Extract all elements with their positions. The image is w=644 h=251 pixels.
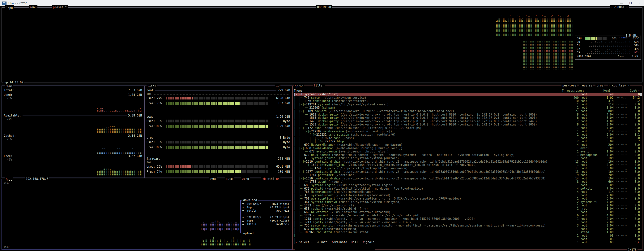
sort-column-selector[interactable]: < cpu lazy > bbox=[608, 84, 630, 87]
process-row[interactable]: │ ├─ 1213 agetty (/sbin/agetty -o -- \u … bbox=[294, 221, 640, 224]
process-row[interactable]: │ │ │ │ │ └─ 221729 btop2 root5,0M⠒⠒ ⠒⠒ … bbox=[294, 140, 640, 143]
menu-button[interactable]: menu bbox=[29, 5, 38, 9]
process-row[interactable]: │ ├─ 670 dbus-daemon (/usr/bin/dbus-daem… bbox=[294, 153, 640, 157]
process-row[interactable]: │ │ │ │ [-]─219232 bash (-bash)1 root5,0… bbox=[294, 137, 640, 140]
process-row[interactable]: │ │ ├─ 1475 docker-proxy (/usr/sbin/dock… bbox=[294, 120, 640, 123]
process-row[interactable]: │ ├─ 1209 automount (/usr/sbin/automount… bbox=[294, 214, 640, 217]
process-user: messagebus bbox=[579, 153, 602, 157]
process-row[interactable]: │ ├─ 699 NetworkManager (/usr/sbin/Netwo… bbox=[294, 143, 640, 147]
scrollbar-thumb[interactable] bbox=[640, 93, 642, 96]
upload-stat-row: ▲Total:52.0 GiB bbox=[242, 222, 289, 225]
process-row[interactable]: │ │ │ [-]─219231 sshd-session (sshd-sess… bbox=[294, 133, 640, 137]
process-row[interactable]: │ [-]─1172 sshd (sshd: /usr/sbin/sshd -D… bbox=[294, 126, 640, 130]
process-row[interactable]: │ [-]─668 avahi-daemon (avahi-daemon: ru… bbox=[294, 147, 640, 150]
disks-box-title[interactable]: disks bbox=[146, 84, 157, 87]
preset-button[interactable]: preset * bbox=[52, 5, 68, 9]
process-row[interactable]: │ [-]─219201 systemd (/usr/lib/systemd/s… bbox=[294, 103, 640, 106]
update-interval-control[interactable]: ─ 2000ms + bbox=[610, 5, 629, 9]
signals-key[interactable]: signals bbox=[362, 240, 374, 244]
minimize-button[interactable]: — bbox=[617, 1, 626, 6]
process-row[interactable]: │ │ └─ 219205 (sd-pam)1 root3,0M⠒⠒ ⠒⠒ ⠒0… bbox=[294, 106, 640, 110]
column-user[interactable]: User: bbox=[576, 89, 598, 93]
process-row[interactable]: │ [-]─1510 containerd-shim (/usr/bin/con… bbox=[294, 160, 640, 164]
column-tree[interactable]: Tree: bbox=[294, 89, 562, 93]
process-row[interactable]: │ ├─ 680 systemd-logind (/usr/lib/system… bbox=[294, 184, 640, 187]
process-threads: 1 bbox=[565, 126, 579, 130]
process-row[interactable]: │ │ └─ 1733 agent (./agent)8 root66M⠒⠒ ⠒… bbox=[294, 180, 640, 184]
process-row[interactable]: │ │ ├─ 1565 docker-proxy (/usr/sbin/dock… bbox=[294, 116, 640, 120]
process-row[interactable]: │ ├─ 1166 containerd (/usr/bin/container… bbox=[294, 100, 640, 103]
process-row[interactable]: │ ├─ 669 bluetoothd (/usr/libexec/blueto… bbox=[294, 211, 640, 214]
column-cpu[interactable]: Cpu% bbox=[626, 89, 637, 93]
scroll-down-arrow[interactable]: ↓ bbox=[638, 240, 639, 243]
process-user: root bbox=[579, 221, 602, 224]
process-row[interactable]: │ ├─ 370 systemd-udevd (/usr/lib/systemd… bbox=[294, 194, 640, 197]
process-cpu-percent: 0,0 bbox=[629, 157, 640, 160]
process-row[interactable]: │ [-]─1677 containerd-shim (/usr/bin/con… bbox=[294, 170, 640, 174]
process-user: root bbox=[579, 170, 602, 174]
process-threads: 8 bbox=[565, 180, 579, 184]
process-row[interactable]: │ ├─ 672 polkitd (/usr/lib/polkit-1/polk… bbox=[294, 187, 640, 190]
process-user: _rpc bbox=[579, 207, 602, 211]
mem-entry-total: Total:7.63 GiB bbox=[4, 89, 142, 93]
process-row[interactable]: │ │ [-]─219187 sshd-session (sshd-sessio… bbox=[294, 130, 640, 133]
memory-box-title[interactable]: 2mem bbox=[4, 84, 13, 88]
process-row[interactable]: │ │ │ └─ 1741 lcnpchk (./lcnpchk -f /lcn… bbox=[294, 167, 640, 170]
process-row[interactable]: │ │ └─ 1523 docker-proxy (/usr/sbin/dock… bbox=[294, 123, 640, 126]
interval-minus-button[interactable]: ─ bbox=[610, 6, 612, 9]
process-row[interactable]: [-]─1 systemd (/sbin/init)1 root14M⠒⠒ ⠒⠒… bbox=[294, 93, 640, 96]
process-row[interactable]: │ ├─ 745 symcon (/usr/bin/symcon service… bbox=[294, 96, 640, 100]
io-mode-button[interactable]: io bbox=[275, 84, 280, 87]
process-cpu-percent: 0,0 bbox=[629, 184, 640, 187]
graph-row: ⠿⠿⠿⠿⠿⠿⠿⠿⠿⠿⠿⠿⠿⠿⠿⠿⠿⠿⠿⠿⠿⠿ bbox=[523, 50, 573, 53]
process-cpu-percent: 0,0 bbox=[629, 110, 640, 113]
column-threads[interactable]: Threads: bbox=[562, 89, 576, 93]
interval-plus-button[interactable]: + bbox=[626, 6, 628, 9]
process-cpu-percent: 0,0 bbox=[629, 200, 640, 204]
process-user: root bbox=[579, 93, 602, 96]
net-sync-button[interactable]: sync bbox=[208, 177, 218, 181]
process-row[interactable]: │ ├─ 637 blkmapd (/usr/sbin/blkmapd)1 ro… bbox=[294, 227, 640, 231]
info-key[interactable]: ⏎ info bbox=[317, 240, 327, 244]
process-row[interactable]: │ ├─ 1215 agetty (/sbin/agetty -o -- \u … bbox=[294, 217, 640, 221]
process-cpu-graph: ⠒⠒ ⠒⠒ ⠒ bbox=[614, 150, 629, 153]
process-cpu-graph: ⠒⠒ ⠒⠒ ⠒ bbox=[614, 187, 629, 190]
process-box-title[interactable]: 4proc bbox=[294, 84, 304, 88]
network-stats-panel: download upload ▼109 KiB/s(873 Kibps)▼To… bbox=[240, 200, 291, 233]
close-button[interactable]: ✕ bbox=[635, 1, 644, 6]
process-command: │ [-]─1650 containerd-shim (/usr/bin/con… bbox=[294, 177, 565, 180]
process-row[interactable]: │ ├─ 633 rpcbind (/usr/sbin/rpcbind -f -… bbox=[294, 207, 640, 211]
process-row[interactable]: │ ├─ 315 systemd-journal (/usr/lib/syste… bbox=[294, 157, 640, 160]
sort-direction-arrow[interactable]: ↑ bbox=[637, 89, 640, 93]
maximize-button[interactable]: ❐ bbox=[626, 1, 635, 6]
process-row[interactable]: │ ├─ 701 wpa_supplicant (/usr/sbin/wpa_s… bbox=[294, 197, 640, 200]
cpu-box-title[interactable]: 1cpu bbox=[5, 5, 14, 10]
network-box-title[interactable]: 3net bbox=[4, 177, 13, 181]
process-row[interactable]: │ ├─ 763 ModemManager (/usr/sbin/ModemMa… bbox=[294, 190, 640, 194]
process-row[interactable]: │ │ └─ 1744 portainer (/portainer)9 root… bbox=[294, 173, 640, 177]
net-auto-button[interactable]: auto bbox=[225, 177, 234, 181]
process-row[interactable]: │ ├─ 756 symcon_monitor (/usr/share/symc… bbox=[294, 224, 640, 227]
terminate-key[interactable]: terminate bbox=[332, 240, 347, 244]
process-user: avahi bbox=[579, 150, 602, 153]
process-cpu-percent: 0,1 bbox=[629, 133, 640, 137]
kill-key[interactable]: kill bbox=[351, 240, 358, 244]
process-row[interactable]: │ ├─ 1203 cron (/usr/sbin/cron -f)1 root… bbox=[294, 204, 640, 207]
process-row[interactable]: │ [-]─1650 containerd-shim (/usr/bin/con… bbox=[294, 177, 640, 180]
column-mem[interactable]: MemB bbox=[598, 89, 610, 93]
tree-button[interactable]: tree bbox=[596, 84, 604, 87]
process-row[interactable]: │ [-]─1189 dockerd (/usr/sbin/dockerd -H… bbox=[294, 110, 640, 113]
net-interface-selector[interactable]: <b eth0 n> bbox=[261, 177, 280, 181]
net-zero-button[interactable]: zero bbox=[241, 177, 250, 181]
disk-meter-fill bbox=[166, 125, 268, 128]
mem-stat-value: 7.63 GiB bbox=[128, 89, 142, 92]
process-row[interactable]: │ │ [-]─1621 entrypoint_lcn. (/bin/bash … bbox=[294, 163, 640, 167]
select-keys[interactable]: ↑ select ↓ bbox=[296, 240, 313, 244]
per-core-button[interactable]: per-core bbox=[562, 84, 577, 87]
process-row[interactable]: │ ├─ 361 systemd-timesyn (/usr/lib/syste… bbox=[294, 200, 640, 204]
process-row[interactable]: │ │ ├─ 1613 docker-proxy (/usr/sbin/dock… bbox=[294, 113, 640, 117]
process-memory: 1,0M bbox=[602, 150, 614, 153]
filter-button[interactable]: filter bbox=[313, 84, 325, 87]
reverse-button[interactable]: reverse bbox=[580, 84, 593, 87]
process-row[interactable]: │ │ └─ 677 avahi-daemon (avahi-daemon: c… bbox=[294, 150, 640, 153]
